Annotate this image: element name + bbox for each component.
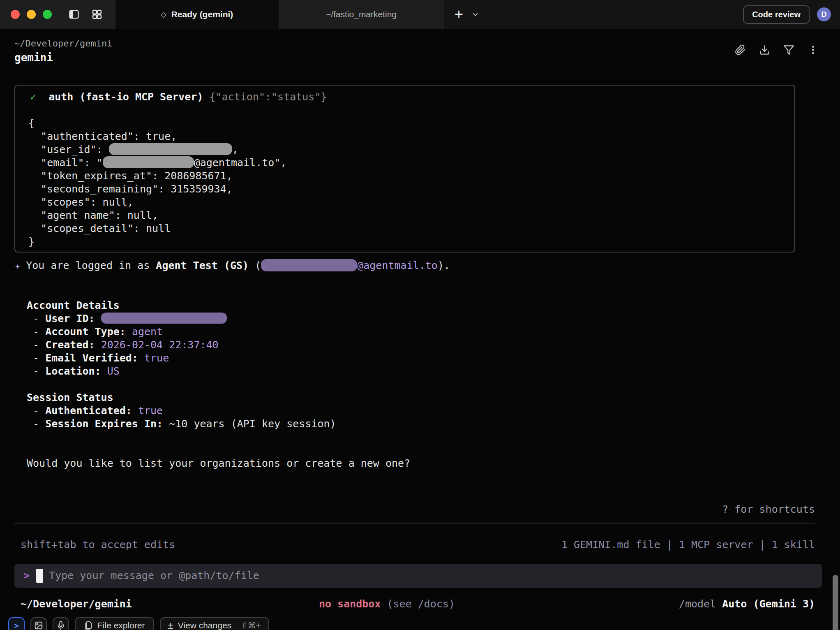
json-line: } bbox=[15, 235, 794, 248]
attachment-icon[interactable] bbox=[735, 44, 746, 56]
json-line: "seconds_remaining": 315359934, bbox=[15, 183, 794, 196]
avatar[interactable]: D bbox=[817, 7, 831, 21]
tab-label: Ready (gemini) bbox=[171, 9, 233, 19]
close-window-button[interactable] bbox=[11, 10, 20, 19]
view-changes-shortcut: ⇧⌘+ bbox=[241, 621, 261, 630]
account-row: - Email Verified: true bbox=[27, 352, 840, 365]
json-line: "email": "@agentmail.to", bbox=[15, 156, 794, 169]
tab-status-diamond-icon: ◇ bbox=[161, 10, 166, 19]
tab-fastio-marketing[interactable]: ~/fastio_marketing bbox=[279, 0, 444, 29]
session-row: - Session Expires In: ~10 years (API key… bbox=[27, 417, 840, 431]
context-status-row: shift+tab to accept edits 1 GEMINI.md fi… bbox=[21, 538, 815, 551]
json-line: "agent_name": null, bbox=[15, 209, 794, 222]
tab-ready-gemini[interactable]: ◇ Ready (gemini) bbox=[115, 0, 279, 29]
files-icon bbox=[84, 621, 93, 630]
email-domain: @agentmail.to bbox=[357, 259, 438, 271]
view-changes-button[interactable]: ± View changes ⇧⌘+ bbox=[160, 617, 269, 630]
tool-call-header: ✓ auth (fast-io MCP Server) {"action":"s… bbox=[15, 90, 794, 104]
working-directory-path: ~/Developer/gemini bbox=[14, 39, 840, 49]
redacted-login-email-pill bbox=[261, 259, 357, 271]
success-check-icon: ✓ bbox=[30, 91, 36, 103]
sandbox-status: no sandbox (see /docs) bbox=[319, 598, 455, 611]
account-row: - Location: US bbox=[27, 365, 840, 378]
context-stats: 1 GEMINI.md file | 1 MCP server | 1 skil… bbox=[561, 538, 815, 551]
json-line: "scopes": null, bbox=[15, 196, 794, 209]
session-status-heading: Session Status bbox=[27, 391, 840, 404]
file-explorer-label: File explorer bbox=[97, 621, 145, 630]
message-input[interactable]: > Type your message or @path/to/file bbox=[14, 564, 822, 588]
tool-call-result-box: ✓ auth (fast-io MCP Server) {"action":"s… bbox=[14, 85, 795, 252]
account-details-section: Account Details - User ID: - Account Typ… bbox=[27, 299, 840, 378]
sparkle-icon: ✦ bbox=[15, 261, 20, 271]
json-line: "scopes_detail": null bbox=[15, 222, 794, 235]
model-status: /model Auto (Gemini 3) bbox=[679, 598, 815, 611]
agent-name: Agent Test (GS) bbox=[156, 259, 249, 271]
json-line: "token_expires_at": 2086985671, bbox=[15, 169, 794, 183]
minimize-window-button[interactable] bbox=[27, 10, 36, 19]
accept-edits-hint: shift+tab to accept edits bbox=[21, 538, 175, 551]
json-line: { bbox=[15, 117, 794, 130]
filter-icon[interactable] bbox=[783, 44, 794, 56]
redacted-email-pill bbox=[103, 156, 194, 168]
view-changes-label: View changes bbox=[178, 621, 231, 630]
account-row: - Account Type: agent bbox=[27, 325, 840, 338]
attach-image-button[interactable] bbox=[30, 617, 47, 630]
window-controls-block bbox=[0, 0, 115, 29]
file-explorer-button[interactable]: File explorer bbox=[75, 617, 154, 630]
sidebar-toggle-icon[interactable] bbox=[68, 9, 80, 20]
account-row: - Created: 2026-02-04 22:37:40 bbox=[27, 338, 840, 352]
session-row: - Authenticated: true bbox=[27, 404, 840, 417]
window-tab-bar: ◇ Ready (gemini) ~/fastio_marketing + Co… bbox=[0, 0, 840, 29]
assistant-question: Would you like to list your organization… bbox=[27, 457, 840, 470]
bottom-toolbar: > File explorer ± View bbox=[8, 617, 840, 630]
scrollbar-thumb[interactable] bbox=[833, 575, 838, 630]
tool-call-name: auth (fast-io MCP Server) bbox=[48, 91, 203, 103]
model-name: Auto (Gemini 3) bbox=[722, 598, 815, 610]
tab-label: ~/fastio_marketing bbox=[326, 9, 397, 19]
plus-minus-icon: ± bbox=[168, 621, 173, 630]
session-status-section: Session Status - Authenticated: true - S… bbox=[27, 391, 840, 431]
account-details-heading: Account Details bbox=[27, 299, 840, 312]
kebab-menu-icon[interactable] bbox=[808, 44, 819, 56]
terminal-mode-button[interactable]: > bbox=[8, 617, 25, 630]
terminal-prompt-icon: > bbox=[14, 621, 19, 630]
tab-list-chevron-icon[interactable] bbox=[471, 11, 479, 19]
text-cursor bbox=[36, 569, 43, 583]
tab-strip: + Code review D bbox=[444, 0, 840, 29]
cli-status-bar: ~/Developer/gemini no sandbox (see /docs… bbox=[21, 598, 815, 611]
redacted-user-id-pill bbox=[109, 143, 232, 155]
shortcuts-hint: ? for shortcuts bbox=[0, 503, 815, 516]
image-icon bbox=[34, 621, 43, 630]
login-status-line: ✦You are logged in as Agent Test (GS) (@… bbox=[15, 259, 840, 273]
input-placeholder: Type your message or @path/to/file bbox=[49, 569, 259, 582]
terminal-output: ✓ auth (fast-io MCP Server) {"action":"s… bbox=[0, 85, 840, 611]
grid-view-icon[interactable] bbox=[91, 9, 103, 20]
traffic-lights bbox=[11, 10, 52, 19]
tool-call-args: {"action":"status"} bbox=[210, 91, 327, 103]
redacted-account-user-id-pill bbox=[101, 313, 227, 324]
account-user-id-row: - User ID: bbox=[27, 312, 840, 325]
zoom-window-button[interactable] bbox=[43, 10, 52, 19]
divider bbox=[14, 523, 815, 523]
download-icon[interactable] bbox=[759, 44, 770, 56]
json-line: "user_id": , bbox=[15, 143, 794, 156]
microphone-button[interactable] bbox=[53, 617, 69, 630]
page-title: gemini bbox=[14, 52, 840, 63]
session-header: ~/Developer/gemini gemini bbox=[0, 29, 840, 63]
microphone-icon bbox=[56, 621, 65, 630]
code-review-button[interactable]: Code review bbox=[743, 5, 810, 24]
prompt-icon: > bbox=[23, 569, 30, 582]
cwd-label: ~/Developer/gemini bbox=[21, 598, 132, 611]
json-line: "authenticated": true, bbox=[15, 130, 794, 143]
new-tab-button[interactable]: + bbox=[455, 2, 463, 27]
